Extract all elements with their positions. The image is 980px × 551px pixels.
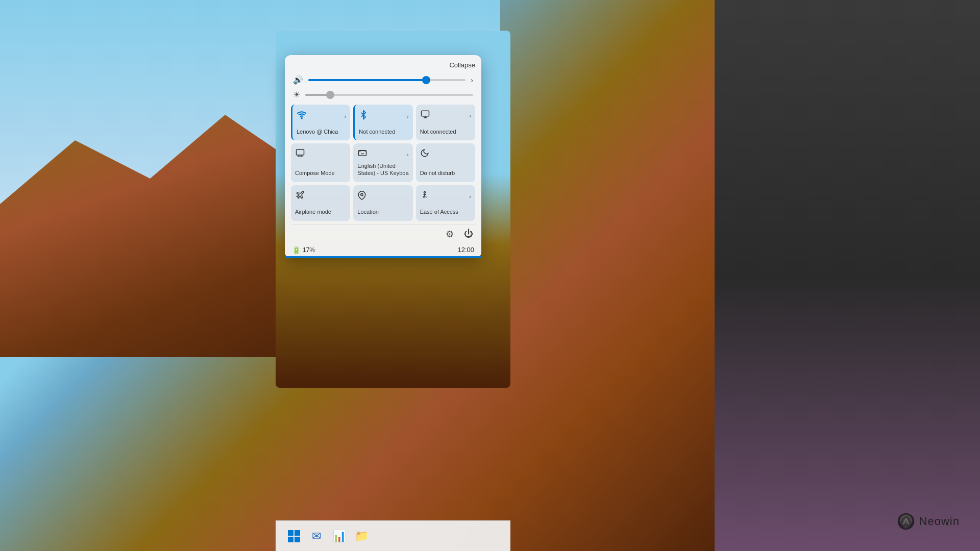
svg-rect-4 bbox=[297, 149, 304, 155]
accessibility-chevron[interactable]: › bbox=[469, 193, 471, 199]
bluetooth-tile[interactable]: › Not connected bbox=[353, 105, 412, 140]
dnd-tile-top bbox=[420, 148, 471, 160]
action-bottom-row: ⚙ ⏻ bbox=[291, 224, 475, 244]
wifi-tile-top: › bbox=[297, 110, 346, 122]
display-label: Not connected bbox=[420, 128, 456, 135]
wifi-label: Lenovo @ Chica bbox=[297, 128, 338, 135]
airplane-tile-top bbox=[295, 190, 346, 202]
accessibility-tile-top: › bbox=[420, 190, 471, 203]
fe-icon: 📁 bbox=[355, 530, 369, 543]
status-bar: 🔋 17% 12:00 bbox=[291, 244, 475, 254]
ppt-icon: 📊 bbox=[332, 530, 346, 543]
brightness-row: ☀ bbox=[291, 90, 475, 99]
collapse-button[interactable]: Collapse bbox=[449, 61, 475, 69]
display-icon bbox=[420, 110, 430, 121]
accessibility-label: Ease of Access bbox=[420, 208, 458, 215]
volume-fill bbox=[308, 79, 426, 81]
location-tile[interactable]: Location bbox=[353, 185, 412, 221]
dnd-tile[interactable]: Do not disturb bbox=[416, 143, 475, 182]
keyboard-tile-top: › bbox=[357, 148, 408, 160]
bluetooth-chevron[interactable]: › bbox=[407, 113, 409, 119]
compose-icon bbox=[295, 148, 305, 160]
location-label: Location bbox=[357, 208, 379, 215]
wifi-chevron[interactable]: › bbox=[345, 113, 347, 119]
battery-percent: 17% bbox=[303, 246, 315, 254]
accessibility-tile[interactable]: › Ease of Access bbox=[416, 185, 475, 221]
volume-track[interactable] bbox=[308, 79, 465, 81]
svg-point-12 bbox=[424, 191, 425, 193]
compose-label: Compose Mode bbox=[295, 169, 335, 177]
device-bezel bbox=[715, 0, 980, 551]
taskbar: ✉ 📊 📁 bbox=[276, 520, 510, 551]
volume-row: 🔊 › bbox=[291, 75, 475, 85]
neowin-watermark: Neowin bbox=[897, 512, 960, 531]
accessibility-icon bbox=[420, 190, 429, 203]
tiles-grid: › Lenovo @ Chica › Not connected bbox=[291, 105, 475, 221]
blue-accent-bar bbox=[285, 256, 481, 258]
display-tile[interactable]: › Not connected bbox=[416, 105, 475, 140]
compose-tile-top bbox=[295, 148, 346, 160]
mail-taskbar-icon[interactable]: ✉ bbox=[308, 528, 325, 544]
volume-chevron[interactable]: › bbox=[471, 76, 473, 84]
compose-tile[interactable]: Compose Mode bbox=[291, 143, 350, 182]
location-tile-top bbox=[357, 190, 408, 203]
dnd-label: Do not disturb bbox=[420, 169, 455, 177]
mail-icon: ✉ bbox=[312, 530, 321, 543]
brightness-thumb[interactable] bbox=[326, 91, 334, 99]
svg-rect-1 bbox=[421, 111, 429, 116]
wifi-tile[interactable]: › Lenovo @ Chica bbox=[291, 105, 350, 140]
settings-button[interactable]: ⚙ bbox=[444, 227, 456, 242]
neowin-text: Neowin bbox=[919, 515, 960, 528]
moon-icon bbox=[420, 148, 429, 160]
brightness-track[interactable] bbox=[305, 94, 473, 96]
windows-logo bbox=[288, 530, 300, 542]
bluetooth-icon bbox=[359, 110, 368, 122]
battery-icon: 🔋 bbox=[292, 246, 301, 254]
keyboard-chevron[interactable]: › bbox=[407, 152, 409, 158]
neowin-logo-icon bbox=[897, 512, 915, 531]
airplane-tile[interactable]: Airplane mode bbox=[291, 185, 350, 221]
action-center-panel: Collapse 🔊 › ☀ bbox=[285, 55, 481, 258]
wifi-icon bbox=[297, 110, 307, 122]
fileexplorer-taskbar-icon[interactable]: 📁 bbox=[353, 528, 370, 544]
start-button[interactable] bbox=[286, 528, 302, 544]
svg-point-0 bbox=[301, 118, 302, 119]
battery-info: 🔋 17% bbox=[292, 246, 315, 254]
power-button[interactable]: ⏻ bbox=[462, 227, 475, 241]
bluetooth-label: Not connected bbox=[359, 128, 395, 135]
powerpoint-taskbar-icon[interactable]: 📊 bbox=[331, 528, 347, 544]
airplane-label: Airplane mode bbox=[295, 208, 331, 215]
display-chevron[interactable]: › bbox=[469, 113, 471, 119]
location-icon bbox=[357, 190, 366, 203]
keyboard-label: English (United States) - US Keyboa bbox=[357, 162, 408, 177]
action-center-header: Collapse bbox=[291, 61, 475, 69]
display-tile-top: › bbox=[420, 110, 471, 121]
volume-thumb[interactable] bbox=[422, 76, 430, 84]
bluetooth-tile-top: › bbox=[359, 110, 408, 122]
time-display: 12:00 bbox=[457, 246, 474, 254]
volume-icon: 🔊 bbox=[293, 75, 303, 85]
svg-point-11 bbox=[361, 193, 363, 196]
keyboard-icon bbox=[357, 148, 368, 160]
brightness-icon: ☀ bbox=[293, 90, 300, 99]
keyboard-tile[interactable]: › English (United States) - US Keyboa bbox=[353, 143, 412, 182]
airplane-icon bbox=[295, 190, 305, 202]
